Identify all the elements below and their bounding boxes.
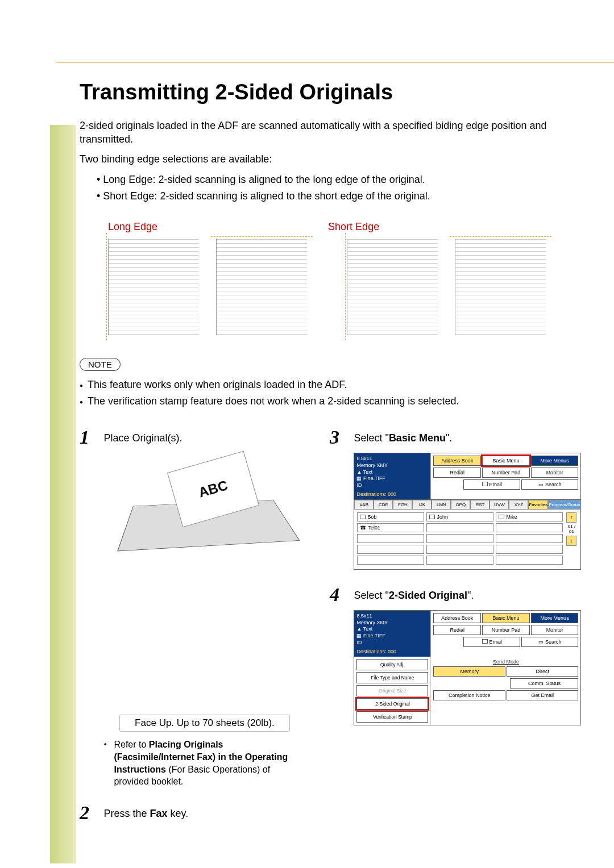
note-item-2: The verification stamp feature does not … xyxy=(80,393,557,410)
alpha-tabs[interactable]: #AB CDE FGH IJK LMN OPQ RST UVW XYZ Favo… xyxy=(354,499,580,510)
mail-icon xyxy=(482,482,488,486)
tab-program-group[interactable]: Program/Group xyxy=(548,500,580,510)
page-indicator: 01 / 01 xyxy=(565,524,578,535)
bullet-short-edge: Short Edge: 2-sided scanning is aligned … xyxy=(97,188,557,205)
step-number: 3 xyxy=(330,427,351,448)
panel-status: 8.5x11 Memory XMY ▲ Text ▦ Fine.TIFF ID … xyxy=(354,611,431,656)
direct-button[interactable]: Direct xyxy=(507,666,579,677)
tab-rst[interactable]: RST xyxy=(470,500,489,510)
address-book-button[interactable]: Address Book xyxy=(433,613,481,623)
binding-edge-diagrams xyxy=(108,239,557,335)
step-number: 2 xyxy=(80,802,101,824)
tab-xyz[interactable]: XYZ xyxy=(509,500,528,510)
basic-menu-button[interactable]: Basic Menu xyxy=(482,613,530,623)
redial-button[interactable]: Redial xyxy=(433,468,481,478)
get-email-button[interactable]: Get Email xyxy=(507,690,579,700)
monitor-button[interactable]: Monitor xyxy=(531,625,579,635)
verification-stamp-button[interactable]: Verification Stamp xyxy=(356,711,428,723)
send-mode-label: Send Mode xyxy=(433,659,578,665)
lcd-panel-step4: 8.5x11 Memory XMY ▲ Text ▦ Fine.TIFF ID … xyxy=(354,610,581,725)
original-size-button[interactable]: Original Size xyxy=(356,685,428,696)
contact-empty[interactable] xyxy=(357,534,424,543)
two-sided-original-button[interactable]: 2-Sided Original xyxy=(356,698,428,710)
contact-empty[interactable] xyxy=(426,556,493,565)
page-title: Transmitting 2-Sided Originals xyxy=(80,80,557,105)
mail-icon xyxy=(429,515,435,519)
contact-empty[interactable] xyxy=(357,556,424,565)
mail-icon xyxy=(482,639,488,644)
tab-opq[interactable]: OPQ xyxy=(451,500,470,510)
step-number: 1 xyxy=(80,427,101,448)
step-1: 1 Place Original(s). ABC Face Up. Up to … xyxy=(80,427,307,788)
panel-status: 8.5x11 Memory XMY ▲ Text ▦ Fine.TIFF ID … xyxy=(354,453,431,499)
scroll-down-button[interactable]: ↓ xyxy=(566,536,576,546)
basic-menu-button[interactable]: Basic Menu xyxy=(482,456,530,466)
scroll-up-button[interactable]: ↑ xyxy=(566,512,576,523)
contact-empty[interactable] xyxy=(496,523,563,532)
more-menus-button[interactable]: More Menus xyxy=(531,613,579,623)
number-pad-button[interactable]: Number Pad xyxy=(482,468,530,478)
step-1-reference: Refer to Placing Originals (Facsimile/In… xyxy=(103,738,305,787)
completion-notice-button[interactable]: Completion Notice xyxy=(433,690,505,700)
contact-john[interactable]: John xyxy=(426,512,493,521)
step-2: 2 Press the Fax key. xyxy=(80,802,307,826)
contact-empty[interactable] xyxy=(496,556,563,565)
note-badge: NOTE xyxy=(80,358,121,371)
quality-adj-button[interactable]: Quality Adj. xyxy=(356,659,428,670)
mail-icon xyxy=(360,515,366,519)
step-1-text: Place Original(s). xyxy=(103,431,305,445)
bullet-long-edge: Long Edge: 2-sided scanning is aligned t… xyxy=(97,172,557,188)
tab-uvw[interactable]: UVW xyxy=(489,500,509,510)
contact-empty[interactable] xyxy=(426,523,493,532)
memory-button[interactable]: Memory xyxy=(433,666,505,677)
tab-favorites[interactable]: Favorites xyxy=(528,500,548,510)
email-button[interactable]: Email xyxy=(463,637,520,647)
tab-lmn[interactable]: LMN xyxy=(432,500,451,510)
intro-paragraph-2: Two binding edge selections are availabl… xyxy=(80,152,557,166)
intro-paragraph-1: 2-sided originals loaded in the ADF are … xyxy=(80,119,557,147)
contact-empty[interactable] xyxy=(496,545,563,554)
email-button[interactable]: Email xyxy=(463,479,520,490)
chapter-sidebar: Chapter 2 Basic Fax Transmission xyxy=(50,125,76,863)
step-3-text: Select "Basic Menu". xyxy=(354,431,555,445)
long-edge-label: Long Edge xyxy=(108,221,157,233)
address-book-button[interactable]: Address Book xyxy=(433,456,481,466)
contact-mike[interactable]: Mike xyxy=(496,512,563,521)
step-2-text: Press the Fax key. xyxy=(103,807,305,820)
monitor-button[interactable]: Monitor xyxy=(531,468,579,478)
note-item-1: This feature works only when originals l… xyxy=(80,377,557,393)
contact-empty[interactable] xyxy=(426,545,493,554)
file-type-name-button[interactable]: File Type and Name xyxy=(356,672,428,683)
step-4-text: Select "2-Sided Original". xyxy=(354,589,555,602)
contact-empty[interactable] xyxy=(426,534,493,543)
contact-empty[interactable] xyxy=(357,545,424,554)
tab-ab[interactable]: #AB xyxy=(354,500,374,510)
adf-illustration: ABC xyxy=(111,450,298,581)
tab-fgh[interactable]: FGH xyxy=(393,500,412,510)
more-menus-button[interactable]: More Menus xyxy=(531,456,579,466)
comm-status-button[interactable]: Comm. Status xyxy=(510,678,578,688)
step-4: 4 Select "2-Sided Original". 8.5x11 Memo… xyxy=(330,584,557,725)
adf-caption: Face Up. Up to 70 sheets (20lb). xyxy=(119,715,290,732)
mail-icon xyxy=(499,515,504,519)
step-number: 4 xyxy=(330,584,351,606)
contact-bob[interactable]: Bob xyxy=(357,512,424,521)
contact-tel01[interactable]: ☎ Tel01 xyxy=(357,523,424,532)
contact-empty[interactable] xyxy=(496,534,563,543)
search-button[interactable]: ▭ Search xyxy=(521,479,578,490)
lcd-panel-step3: 8.5x11 Memory XMY ▲ Text ▦ Fine.TIFF ID … xyxy=(354,453,581,569)
search-button[interactable]: ▭ Search xyxy=(521,637,578,647)
sidebar-label: Chapter 2 Basic Fax Transmission xyxy=(28,159,50,841)
tab-ijk[interactable]: IJK xyxy=(412,500,432,510)
number-pad-button[interactable]: Number Pad xyxy=(482,625,530,635)
redial-button[interactable]: Redial xyxy=(433,625,481,635)
step-3: 3 Select "Basic Menu". 8.5x11 Memory XMY… xyxy=(330,427,557,570)
tab-cde[interactable]: CDE xyxy=(374,500,393,510)
short-edge-label: Short Edge xyxy=(328,221,379,233)
